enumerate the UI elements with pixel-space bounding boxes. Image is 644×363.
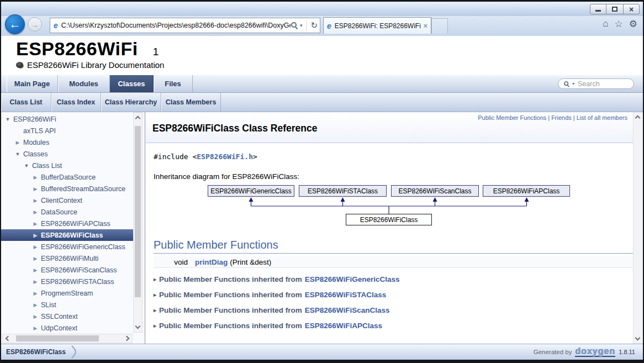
inherited-section-apclass[interactable]: ▸Public Member Functions inherited fromE… (154, 322, 633, 330)
scroll-right-icon[interactable] (124, 336, 130, 341)
expand-arrow-icon[interactable]: ▶ (15, 140, 20, 145)
breadcrumb-link-esp8266wificlass[interactable]: ESP8266WiFiClass (6, 348, 66, 356)
expand-arrow-icon[interactable]: ▶ (33, 244, 38, 250)
expand-arrow-icon[interactable]: ▶ (33, 314, 38, 319)
section-heading-public-member-functions: Public Member Functions (154, 239, 633, 254)
tab-class-hierarchy[interactable]: Class Hierarchy (101, 93, 161, 112)
sidebar-item-esp8266wifigenericclass[interactable]: ▶ESP8266WiFiGenericClass (1, 241, 134, 252)
scroll-up-icon[interactable] (135, 116, 141, 122)
class-link-esp8266wifiapclass[interactable]: ESP8266WiFiAPClass (305, 322, 382, 330)
sidebar-item-esp8266wifistaclass[interactable]: ▶ESP8266WiFiSTAClass (1, 276, 134, 287)
chevron-down-icon[interactable]: ▾ (300, 23, 303, 28)
search-input[interactable]: ▾ Search (558, 78, 634, 89)
new-tab-button[interactable] (431, 18, 448, 34)
include-file-link[interactable]: ESP8266WiFi.h (197, 152, 253, 161)
class-link-esp8266wifigenericclass[interactable]: ESP8266WiFiGenericClass (305, 275, 400, 283)
sidebar-item-clientcontext[interactable]: ▶ClientContext (1, 194, 134, 206)
scroll-left-icon[interactable] (6, 336, 11, 341)
sub-tab-bar: Class List Class Index Class Hierarchy C… (1, 92, 643, 112)
member-link-printdiag[interactable]: printDiag (195, 258, 228, 266)
sidebar-item-slist[interactable]: ▶SList (1, 299, 134, 311)
content-vertical-scrollbar[interactable] (633, 112, 643, 344)
tab-modules[interactable]: Modules (58, 75, 110, 92)
class-link-esp8266wifistaclass[interactable]: ESP8266WiFiSTAClass (305, 291, 386, 299)
sidebar-item-axtls-api[interactable]: axTLS API (1, 125, 134, 136)
expand-arrow-icon[interactable]: ▶ (33, 302, 38, 308)
settings-gear-icon[interactable]: ⚙ (629, 18, 637, 30)
browser-tab[interactable]: e ESP8266WiFi: ESP8266WiFi... × (323, 17, 431, 34)
sidebar-item-class-list[interactable]: ▼Class List (1, 160, 134, 171)
back-button[interactable]: ← (5, 14, 25, 34)
inherited-section-genericclass[interactable]: ▸Public Member Functions inherited fromE… (154, 275, 633, 283)
sidebar-item-progmemstream[interactable]: ▶ProgmemStream (1, 287, 134, 299)
tab-class-list[interactable]: Class List (1, 93, 51, 112)
scroll-down-icon[interactable] (635, 335, 641, 341)
expand-arrow-icon[interactable]: ▶ (33, 233, 38, 238)
collapse-arrow-icon[interactable]: ▼ (5, 117, 10, 122)
favorites-star-icon[interactable]: ☆ (615, 18, 623, 30)
scrollbar-thumb[interactable] (16, 335, 99, 341)
diagram-node-esp8266wifiscanclass[interactable]: ESP8266WiFiScanClass (391, 185, 479, 197)
expand-arrow-icon[interactable]: ▶ (33, 198, 38, 203)
sidebar-item-sslcontext[interactable]: ▶SSLContext (1, 311, 134, 322)
browser-window: × ← → e C:\Users\Krzysztof\Documents\Pro… (0, 0, 644, 363)
member-row-printdiag: void printDiag (Print &dest) (154, 256, 633, 268)
summary-link-all-members[interactable]: List of all members (577, 114, 627, 121)
sidebar-item-datasource[interactable]: ▶DataSource (1, 206, 134, 218)
scroll-up-icon[interactable] (635, 115, 641, 121)
home-icon[interactable]: ⌂ (603, 18, 608, 30)
expand-arrow-icon[interactable]: ▶ (33, 291, 38, 296)
expand-arrow-icon[interactable]: ▶ (33, 209, 38, 215)
close-button[interactable]: × (623, 4, 640, 14)
scroll-down-icon[interactable] (135, 324, 141, 329)
diagram-node-esp8266wifistaclass[interactable]: ESP8266WiFiSTAClass (299, 185, 387, 197)
sidebar-item-bufferdatasource[interactable]: ▶BufferDataSource (1, 171, 134, 183)
chevron-down-icon[interactable]: ▾ (572, 81, 574, 86)
forward-icon: → (31, 20, 39, 29)
summary-link-friends[interactable]: Friends (551, 114, 572, 121)
tab-class-index[interactable]: Class Index (51, 93, 101, 112)
sidebar-item-esp8266wificlass-selected[interactable]: ▶ESP8266WiFiClass (1, 229, 134, 241)
collapse-arrow-icon[interactable]: ▼ (24, 163, 29, 169)
summary-link-public-member-functions[interactable]: Public Member Functions (478, 114, 546, 121)
sidebar-item-esp8266wifimulti[interactable]: ▶ESP8266WiFiMulti (1, 252, 134, 264)
class-link-esp8266wifiscanclass[interactable]: ESP8266WiFiScanClass (305, 306, 390, 314)
sidebar-item-udpcontext[interactable]: ▶UdpContext (1, 322, 134, 334)
tab-class-members[interactable]: Class Members (161, 93, 221, 112)
expand-arrow-icon[interactable]: ▶ (33, 221, 38, 227)
expand-arrow-icon[interactable]: ▶ (33, 267, 38, 273)
sidebar-item-esp8266wifiscanclass[interactable]: ▶ESP8266WiFiScanClass (1, 264, 134, 276)
sidebar-item-label: ESP8266WiFi (13, 115, 56, 123)
doxygen-logo[interactable]: doxygen (575, 347, 615, 357)
minimize-button[interactable] (590, 4, 606, 14)
expand-arrow-icon[interactable]: ▶ (33, 256, 38, 261)
sidebar-vertical-scrollbar[interactable] (133, 112, 142, 333)
tab-files[interactable]: Files (154, 75, 193, 92)
search-placeholder: Search (578, 80, 600, 88)
expand-arrow-icon[interactable]: ▶ (33, 186, 38, 192)
address-bar[interactable]: e C:\Users\Krzysztof\Documents\Projects\… (50, 18, 320, 33)
diagram-node-esp8266wifiapclass[interactable]: ESP8266WiFiAPClass (483, 185, 570, 197)
scrollbar-thumb[interactable] (135, 126, 141, 297)
sidebar-item-modules[interactable]: ▶Modules (1, 136, 134, 148)
sidebar-horizontal-scrollbar[interactable] (2, 334, 133, 343)
inherited-section-staclass[interactable]: ▸Public Member Functions inherited fromE… (154, 291, 633, 299)
sidebar-item-esp8266wifiapclass[interactable]: ▶ESP8266WiFiAPClass (1, 218, 134, 229)
tab-main-page[interactable]: Main Page (7, 75, 58, 92)
forward-button[interactable]: → (28, 17, 42, 31)
expand-arrow-icon[interactable]: ▶ (33, 175, 38, 180)
inherited-section-scanclass[interactable]: ▸Public Member Functions inherited fromE… (154, 306, 633, 314)
expand-arrow-icon[interactable]: ▶ (33, 279, 38, 285)
collapse-arrow-icon[interactable]: ▼ (15, 151, 20, 157)
diagram-node-esp8266wifigenericclass[interactable]: ESP8266WiFiGenericClass (208, 185, 294, 197)
search-icon[interactable] (291, 22, 298, 29)
doc-content: Public Member Functions|Friends|List of … (146, 112, 643, 344)
expand-arrow-icon[interactable]: ▶ (33, 325, 38, 331)
maximize-button[interactable] (606, 4, 623, 14)
refresh-icon[interactable]: ↻ (310, 20, 318, 30)
sidebar-item-esp8266wifi[interactable]: ▼ESP8266WiFi (1, 113, 134, 125)
sidebar-item-classes[interactable]: ▼Classes (1, 148, 134, 160)
tab-classes[interactable]: Classes (110, 75, 154, 92)
tab-close-icon[interactable]: × (423, 22, 427, 30)
sidebar-item-bufferedstreamdatasource[interactable]: ▶BufferedStreamDataSource (1, 183, 134, 194)
